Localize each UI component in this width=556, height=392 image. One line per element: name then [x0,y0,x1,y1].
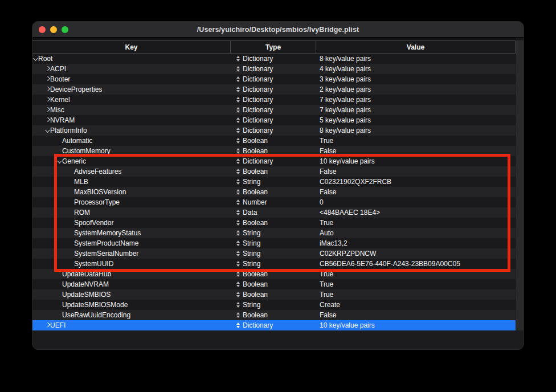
table-row[interactable]: SystemSerialNumber String C02KRPZPDNCW [32,248,516,259]
type-stepper-icon[interactable] [236,322,240,328]
type-stepper-icon[interactable] [236,199,240,205]
type-stepper-icon[interactable] [236,107,240,113]
table-row[interactable]: NVRAM Dictionary 5 key/value pairs [32,115,516,125]
table-row[interactable]: Automatic Boolean True [32,136,516,146]
type-stepper-icon[interactable] [236,302,240,308]
type-stepper-icon[interactable] [236,87,240,92]
table-row[interactable]: Kernel Dictionary 7 key/value pairs [32,95,516,105]
scrollbar-track[interactable] [516,40,524,330]
table-row[interactable]: SystemProductName String iMac13,2 [32,238,516,248]
table-row[interactable]: Booter Dictionary 3 key/value pairs [32,74,516,84]
type-stepper-icon[interactable] [236,76,240,82]
disclosure-triangle-icon[interactable] [68,170,74,173]
type-stepper-icon[interactable] [236,261,240,267]
table-row[interactable]: PlatformInfo Dictionary 8 key/value pair… [32,125,516,136]
disclosure-triangle-icon[interactable] [56,272,62,276]
disclosure-triangle-icon[interactable] [68,201,74,204]
table-row[interactable]: SpoofVendor Boolean True [32,218,516,228]
table-row[interactable]: CustomMemory Boolean False [32,146,516,156]
disclosure-triangle-icon[interactable] [44,88,50,91]
type-stepper-icon[interactable] [236,117,240,123]
type-label: Dictionary [243,54,273,64]
disclosure-triangle-icon[interactable] [56,313,62,317]
disclosure-triangle-icon[interactable] [44,129,50,132]
type-stepper-icon[interactable] [236,66,240,72]
disclosure-triangle-icon[interactable] [68,190,74,194]
disclosure-triangle-icon[interactable] [44,98,50,101]
disclosure-triangle-icon[interactable] [68,180,74,183]
outline-rows: Root Dictionary 8 key/value pairs ACPI D… [32,54,516,330]
zoom-button[interactable] [62,26,68,33]
type-stepper-icon[interactable] [236,97,240,103]
column-header-type[interactable]: Type [231,41,316,53]
table-row[interactable]: Root Dictionary 8 key/value pairs [32,54,516,64]
disclosure-triangle-icon[interactable] [56,139,62,142]
disclosure-triangle-icon[interactable] [68,262,74,266]
type-stepper-icon[interactable] [236,128,240,133]
table-row[interactable]: SystemUUID String CB56DEA6-5E76-440F-A24… [32,259,516,269]
type-stepper-icon[interactable] [236,158,240,164]
table-row[interactable]: UpdateNVRAM Boolean True [32,279,516,289]
close-button[interactable] [39,26,46,33]
table-row[interactable]: UseRawUuidEncoding Boolean False [32,310,516,320]
table-row[interactable]: UpdateSMBIOS Boolean True [32,289,516,300]
type-stepper-icon[interactable] [236,138,240,144]
type-stepper-icon[interactable] [236,56,240,62]
type-stepper-icon[interactable] [236,240,240,246]
type-stepper-icon[interactable] [236,148,240,154]
type-stepper-icon[interactable] [236,281,240,287]
type-stepper-icon[interactable] [236,169,240,174]
disclosure-triangle-icon[interactable] [44,119,50,122]
table-row[interactable]: UpdateSMBIOSMode String Create [32,300,516,310]
key-label: Automatic [62,136,92,146]
minimize-button[interactable] [50,26,57,33]
disclosure-triangle-icon[interactable] [44,67,50,71]
key-label: UseRawUuidEncoding [62,310,130,320]
table-row[interactable]: SystemMemoryStatus String Auto [32,228,516,238]
value-cell: False [316,187,516,197]
disclosure-triangle-icon[interactable] [68,252,74,255]
disclosure-triangle-icon[interactable] [44,108,50,112]
value-label: 10 key/value pairs [320,156,375,166]
table-row[interactable]: DeviceProperties Dictionary 2 key/value … [32,84,516,95]
disclosure-triangle-icon[interactable] [68,221,74,224]
table-row[interactable]: ProcessorType Number 0 [32,197,516,207]
key-label: UpdateDataHub [62,269,111,279]
disclosure-triangle-icon[interactable] [32,57,38,60]
disclosure-triangle-icon[interactable] [68,242,74,245]
disclosure-triangle-icon[interactable] [68,231,74,235]
type-stepper-icon[interactable] [236,230,240,236]
window-titlebar[interactable]: /Users/yuichiro/Desktop/smbios/IvyBridge… [32,22,524,38]
table-row[interactable]: UpdateDataHub Boolean True [32,269,516,279]
disclosure-triangle-icon[interactable] [56,149,62,153]
table-row[interactable]: UEFI Dictionary 10 key/value pairs [32,320,516,330]
table-row[interactable]: MaxBIOSVersion Boolean False [32,187,516,197]
disclosure-triangle-icon[interactable] [44,324,50,327]
disclosure-triangle-icon[interactable] [68,211,74,214]
type-cell: Dictionary [231,156,316,166]
column-header-value[interactable]: Value [316,41,516,53]
column-header-key[interactable]: Key [32,41,231,53]
table-row[interactable]: MLB String C02321902QXF2FRCB [32,177,516,187]
type-stepper-icon[interactable] [236,312,240,318]
table-row[interactable]: Generic Dictionary 10 key/value pairs [32,156,516,166]
disclosure-triangle-icon[interactable] [56,160,62,163]
table-row[interactable]: ACPI Dictionary 4 key/value pairs [32,64,516,74]
type-stepper-icon[interactable] [236,189,240,195]
type-stepper-icon[interactable] [236,210,240,215]
value-label: True [320,136,333,146]
disclosure-triangle-icon[interactable] [56,293,62,296]
type-stepper-icon[interactable] [236,179,240,185]
disclosure-triangle-icon[interactable] [56,283,62,286]
type-stepper-icon[interactable] [236,271,240,277]
type-stepper-icon[interactable] [236,251,240,256]
table-row[interactable]: AdviseFeatures Boolean False [32,166,516,177]
table-row[interactable]: ROM Data <484BAAEC 18E4> [32,207,516,218]
table-row[interactable]: Misc Dictionary 7 key/value pairs [32,105,516,115]
type-stepper-icon[interactable] [236,220,240,226]
disclosure-triangle-icon[interactable] [56,303,62,307]
disclosure-triangle-icon[interactable] [44,77,50,81]
type-stepper-icon[interactable] [236,292,240,297]
key-cell: SystemMemoryStatus [32,228,231,238]
type-cell: String [231,177,316,187]
